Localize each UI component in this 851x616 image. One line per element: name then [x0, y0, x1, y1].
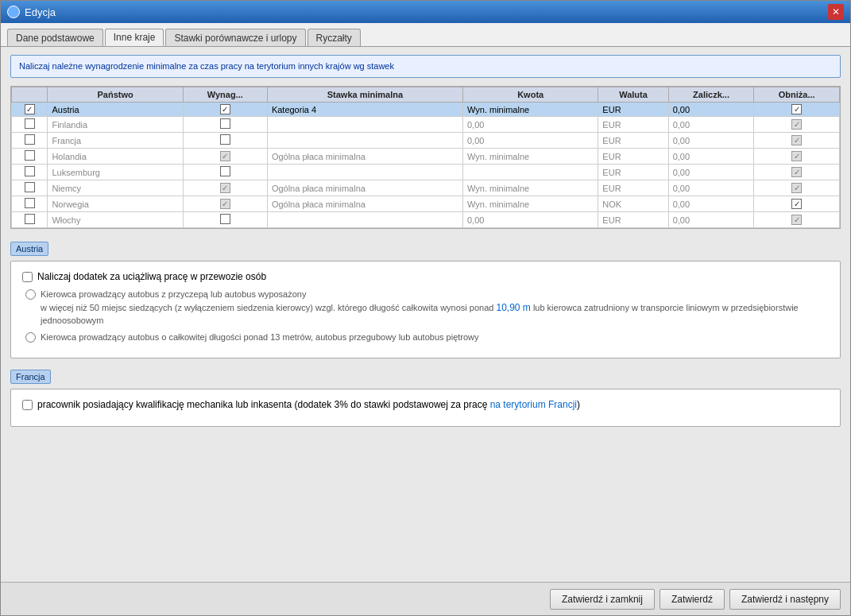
countries-table: Państwo Wynag... Stawka minimalna Kwota …: [11, 87, 840, 228]
zatwierdz-zamknij-button[interactable]: Zatwierdź i zamknij: [550, 589, 655, 610]
col-header-waluta: Waluta: [598, 87, 668, 103]
row-check-francja[interactable]: [12, 133, 48, 149]
row-obnizaj-finlandia[interactable]: [754, 117, 840, 133]
francja-section: Francja pracownik posiadający kwalifikac…: [10, 370, 841, 427]
austria-radio-item-2: Kierowca prowadzący autobus o całkowitej…: [25, 331, 829, 343]
countries-table-container: Państwo Wynag... Stawka minimalna Kwota …: [10, 86, 841, 229]
content-area: Naliczaj należne wynagrodzenie minimalne…: [1, 47, 850, 582]
austria-label: Austria: [10, 242, 48, 256]
row-check-norwegia[interactable]: [12, 196, 48, 212]
row-wynag-niemcy[interactable]: [183, 180, 267, 196]
row-kwota-norwegia: Wyn. minimalne: [462, 196, 598, 212]
table-row[interactable]: Niemcy Ogólna płaca minimalna Wyn. minim…: [12, 180, 840, 196]
row-kwota-luksemburg: [462, 165, 598, 180]
title-bar: Edycja ✕: [1, 1, 850, 23]
table-row[interactable]: Włochy 0,00 EUR 0,00: [12, 212, 840, 228]
row-wynag-austria[interactable]: [183, 103, 267, 117]
row-stawka-holandia: Ogólna płaca minimalna: [267, 149, 462, 165]
zatwierdz-button[interactable]: Zatwierdź: [660, 589, 725, 610]
row-obnizaj-luksemburg[interactable]: [754, 165, 840, 180]
col-header-stawka: Stawka minimalna: [267, 87, 462, 103]
row-zaliczka-holandia: 0,00: [668, 149, 754, 165]
row-check-wlochy[interactable]: [12, 212, 48, 228]
row-kwota-finlandia: 0,00: [462, 117, 598, 133]
francja-checkbox-label: pracownik posiadający kwalifikację mecha…: [37, 399, 580, 410]
row-stawka-francja: [267, 133, 462, 149]
row-waluta-holandia: EUR: [598, 149, 668, 165]
row-country-niemcy: Niemcy: [48, 180, 183, 196]
row-zaliczka-niemcy: 0,00: [668, 180, 754, 196]
row-obnizaj-norwegia[interactable]: [754, 196, 840, 212]
table-row[interactable]: Francja 0,00 EUR 0,00: [12, 133, 840, 149]
table-row[interactable]: Holandia Ogólna płaca minimalna Wyn. min…: [12, 149, 840, 165]
close-button[interactable]: ✕: [828, 4, 844, 20]
col-header-panstwo: Państwo: [48, 87, 183, 103]
row-waluta-wlochy: EUR: [598, 212, 668, 228]
row-wynag-francja[interactable]: [183, 133, 267, 149]
table-row[interactable]: Austria Kategoria 4 Wyn. minimalne EUR 0…: [12, 103, 840, 117]
row-stawka-finlandia: [267, 117, 462, 133]
austria-checkbox-label: Naliczaj dodatek za uciążliwą pracę w pr…: [37, 271, 266, 282]
row-check-niemcy[interactable]: [12, 180, 48, 196]
row-country-wlochy: Włochy: [48, 212, 183, 228]
francja-label: Francja: [10, 370, 51, 384]
row-obnizaj-wlochy[interactable]: [754, 212, 840, 228]
austria-radio-item-1: Kierowca prowadzący autobus z przyczepą …: [25, 289, 829, 327]
col-header-check: [12, 87, 48, 103]
francja-mechanic-checkbox[interactable]: [22, 400, 33, 410]
austria-radio-2[interactable]: [25, 332, 36, 343]
row-wynag-holandia[interactable]: [183, 149, 267, 165]
row-obnizaj-francja[interactable]: [754, 133, 840, 149]
row-wynag-finlandia[interactable]: [183, 117, 267, 133]
tab-stawki[interactable]: Stawki porównawcze i urlopy: [165, 29, 305, 46]
window-icon: [7, 6, 20, 18]
row-zaliczka-luksemburg: 0,00: [668, 165, 754, 180]
row-obnizaj-niemcy[interactable]: [754, 180, 840, 196]
row-stawka-wlochy: [267, 212, 462, 228]
row-wynag-luksemburg[interactable]: [183, 165, 267, 180]
row-stawka-austria: Kategoria 4: [267, 103, 462, 117]
zatwierdz-nastepny-button[interactable]: Zatwierdź i następny: [729, 589, 841, 610]
row-check-holandia[interactable]: [12, 149, 48, 165]
austria-section-box: Naliczaj dodatek za uciążliwą pracę w pr…: [10, 261, 841, 358]
francja-highlight: na terytorium Francji: [490, 399, 577, 410]
row-country-austria: Austria: [48, 103, 183, 117]
row-zaliczka-austria: 0,00: [668, 103, 754, 117]
row-waluta-norwegia: NOK: [598, 196, 668, 212]
tab-inne-kraje[interactable]: Inne kraje: [105, 29, 164, 46]
tab-dane-podstawowe[interactable]: Dane podstawowe: [7, 29, 103, 46]
row-country-norwegia: Norwegia: [48, 196, 183, 212]
row-check-luksemburg[interactable]: [12, 165, 48, 180]
row-waluta-francja: EUR: [598, 133, 668, 149]
row-waluta-finlandia: EUR: [598, 117, 668, 133]
row-wynag-wlochy[interactable]: [183, 212, 267, 228]
row-kwota-holandia: Wyn. minimalne: [462, 149, 598, 165]
austria-hardwork-checkbox[interactable]: [22, 272, 33, 282]
row-country-francja: Francja: [48, 133, 183, 149]
row-wynag-norwegia[interactable]: [183, 196, 267, 212]
row-check-austria[interactable]: [12, 103, 48, 117]
row-stawka-norwegia: Ogólna płaca minimalna: [267, 196, 462, 212]
row-stawka-niemcy: Ogólna płaca minimalna: [267, 180, 462, 196]
row-kwota-francja: 0,00: [462, 133, 598, 149]
francja-section-box: pracownik posiadający kwalifikację mecha…: [10, 389, 841, 427]
table-row[interactable]: Norwegia Ogólna płaca minimalna Wyn. min…: [12, 196, 840, 212]
tab-ryczalty[interactable]: Ryczałty: [308, 29, 361, 46]
row-zaliczka-finlandia: 0,00: [668, 117, 754, 133]
francja-checkbox-row: pracownik posiadający kwalifikację mecha…: [22, 399, 829, 410]
row-zaliczka-norwegia: 0,00: [668, 196, 754, 212]
col-header-obnizaj: Obniża...: [754, 87, 840, 103]
bottom-bar: Zatwierdź i zamknij Zatwierdź Zatwierdź …: [1, 582, 850, 615]
austria-section: Austria Naliczaj dodatek za uciążliwą pr…: [10, 242, 841, 358]
austria-radio-1-text: Kierowca prowadzący autobus z przyczepą …: [41, 289, 829, 327]
col-header-kwota: Kwota: [462, 87, 598, 103]
row-waluta-austria: EUR: [598, 103, 668, 117]
row-obnizaj-austria[interactable]: [754, 103, 840, 117]
row-country-luksemburg: Luksemburg: [48, 165, 183, 180]
table-row[interactable]: Luksemburg EUR 0,00: [12, 165, 840, 180]
row-obnizaj-holandia[interactable]: [754, 149, 840, 165]
austria-radio-1[interactable]: [25, 289, 36, 300]
table-row[interactable]: Finlandia 0,00 EUR 0,00: [12, 117, 840, 133]
row-check-finlandia[interactable]: [12, 117, 48, 133]
austria-checkbox-row: Naliczaj dodatek za uciążliwą pracę w pr…: [22, 271, 829, 282]
